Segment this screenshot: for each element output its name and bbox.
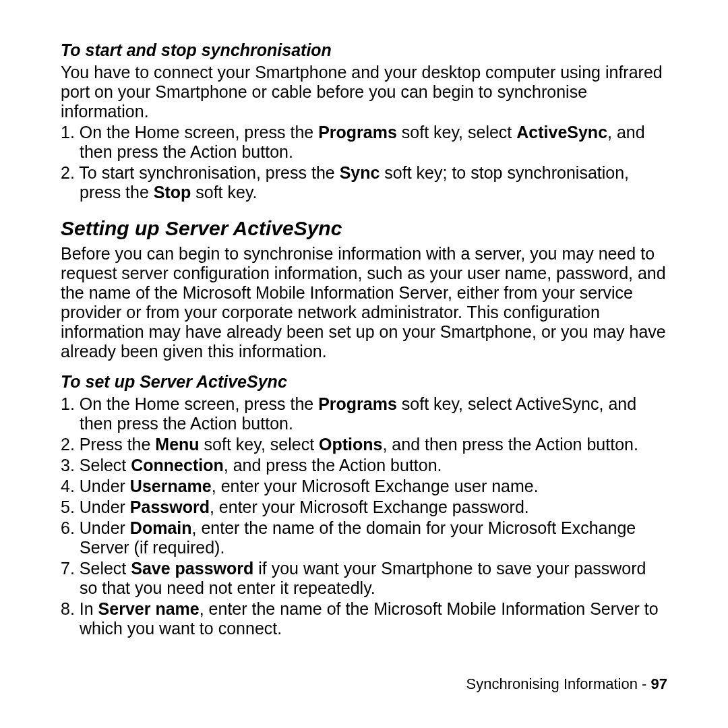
text: , and press the Action button. — [224, 456, 442, 475]
text: On the Home screen, press the — [80, 123, 318, 142]
bold-text: Sync — [340, 163, 380, 182]
list-item: 3. Select Connection, and press the Acti… — [61, 456, 667, 475]
bold-text: ActiveSync — [516, 123, 607, 142]
text: Select — [80, 559, 131, 578]
list-item: 8. In Server name, enter the name of the… — [61, 599, 667, 638]
list-num: 3. — [61, 456, 80, 475]
list-item: 7. Select Save password if you want your… — [61, 559, 667, 598]
list-num: 2. — [61, 163, 79, 182]
list-item: 1. On the Home screen, press the Program… — [61, 123, 667, 162]
bold-text: Programs — [318, 394, 397, 413]
document-page: To start and stop synchronisation You ha… — [0, 0, 728, 728]
section-head-server: Setting up Server ActiveSync — [61, 217, 667, 240]
list-num: 5. — [61, 497, 80, 516]
subhead-start-stop: To start and stop synchronisation — [61, 40, 667, 60]
text: soft key, select — [200, 435, 319, 454]
bold-text: Password — [130, 497, 210, 516]
bold-text: Save password — [131, 559, 253, 578]
text: To start synchronisation, press the — [79, 163, 339, 182]
footer-label: Synchronising Information - — [466, 675, 651, 692]
list-item: 2. Press the Menu soft key, select Optio… — [61, 435, 667, 454]
bold-text: Server name — [98, 599, 200, 618]
intro-server: Before you can begin to synchronise info… — [61, 244, 667, 361]
text: Under — [80, 518, 130, 537]
text: On the Home screen, press the — [80, 394, 318, 413]
text: , and then press the Action button. — [382, 435, 638, 454]
list-item: 6. Under Domain, enter the name of the d… — [61, 518, 667, 557]
bold-text: Options — [319, 435, 382, 454]
intro-start-stop: You have to connect your Smartphone and … — [61, 63, 667, 121]
page-footer: Synchronising Information - 97 — [466, 675, 667, 693]
text: , enter your Microsoft Exchange user nam… — [212, 477, 539, 495]
bold-text: Connection — [131, 456, 224, 475]
list-item: 5. Under Password, enter your Microsoft … — [61, 497, 667, 517]
list-num: 4. — [61, 477, 80, 495]
text: Under — [80, 477, 130, 495]
text: Press the — [80, 435, 156, 454]
list-num: 1. — [61, 394, 80, 413]
list-start-stop: 1. On the Home screen, press the Program… — [61, 123, 667, 202]
text: Select — [80, 456, 131, 475]
list-num: 7. — [61, 559, 80, 578]
page-number: 97 — [651, 675, 667, 692]
bold-text: Stop — [154, 183, 191, 202]
subhead-setup-server: To set up Server ActiveSync — [61, 372, 667, 392]
text: Under — [80, 497, 130, 516]
bold-text: Menu — [155, 435, 199, 454]
list-setup-server: 1. On the Home screen, press the Program… — [61, 394, 667, 638]
text: , enter your Microsoft Exchange password… — [210, 497, 529, 516]
list-item: 1. On the Home screen, press the Program… — [61, 394, 667, 433]
list-num: 2. — [61, 435, 80, 454]
text: soft key. — [191, 183, 257, 202]
list-num: 8. — [61, 599, 80, 618]
bold-text: Programs — [318, 123, 397, 142]
list-item: 2. To start synchronisation, press the S… — [61, 163, 667, 202]
list-item: 4. Under Username, enter your Microsoft … — [61, 477, 667, 496]
list-num: 1. — [61, 123, 80, 142]
list-num: 6. — [61, 518, 80, 537]
bold-text: Domain — [130, 518, 192, 537]
text: soft key, select — [397, 123, 516, 142]
text: In — [80, 599, 98, 618]
bold-text: Username — [130, 477, 212, 495]
